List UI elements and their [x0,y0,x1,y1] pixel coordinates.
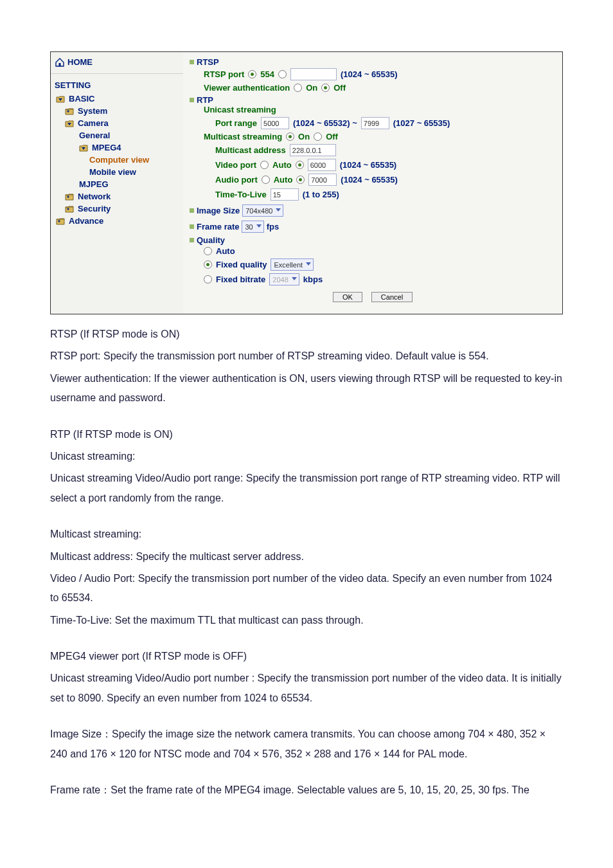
sidebar-item-label: MPEG4 [92,143,121,152]
portrange-from-input[interactable] [261,117,289,129]
fixed-quality-radio[interactable] [204,260,212,269]
sidebar-item-advance[interactable]: Advance [51,215,183,227]
frame-rate-section: Frame rate 30 fps [190,221,556,233]
rtsp-port-range: (1024 ~ 65535) [341,69,398,79]
quality-label: Quality [197,235,225,245]
multicast-row: Multicast streaming On Off [190,131,556,143]
fixed-bitrate-radio[interactable] [204,275,212,284]
sidebar-item-label: BASIC [69,94,94,104]
rtsp-port-label: RTSP port [204,69,244,79]
folder-closed-icon [56,217,65,225]
ttl-label: Time-To-Live [215,190,267,199]
section-bullet-icon [190,238,194,242]
on-label: On [298,132,310,141]
frame-rate-select[interactable]: 30 [242,221,263,233]
folder-closed-icon [65,107,74,115]
sidebar-item-label: Security [78,204,111,213]
image-size-select[interactable]: 704x480 [242,204,283,217]
multicast-addr-input[interactable] [290,144,336,156]
sidebar-item-mobile-view[interactable]: Mobile view [51,166,183,178]
rtsp-port-554-radio[interactable] [248,70,256,78]
viewer-auth-off-radio[interactable] [321,84,330,92]
sidebar-item-mpeg4[interactable]: MPEG4 [51,141,183,154]
on-label: On [306,83,317,93]
quality-auto-radio[interactable] [204,247,212,255]
sidebar-item-computer-view[interactable]: Computer view [51,154,183,166]
sidebar-item-system[interactable]: System [51,105,183,117]
doc-p: Unicast streaming Video/Audio port numbe… [50,669,563,708]
sidebar-item-basic[interactable]: BASIC [51,93,183,105]
multicast-off-radio[interactable] [314,132,322,141]
video-port-auto-radio[interactable] [260,161,269,169]
fixed-quality-row: Fixed quality Excellent [190,257,556,272]
rtsp-port-row: RTSP port 554 (1024 ~ 65535) [190,67,556,82]
audio-port-label: Audio port [215,175,258,185]
rtsp-title: RTSP [197,57,219,67]
doc-p: Video / Audio Port: Specify the transmis… [50,569,563,608]
image-size-label: Image Size [197,206,240,215]
sidebar-heading: SETTING [51,74,183,93]
home-link[interactable]: HOME [51,55,183,74]
sidebar-item-mjpeg[interactable]: MJPEG [51,178,183,190]
sidebar-item-label: System [78,106,107,116]
off-label: Off [333,83,346,93]
video-port-row: Video port Auto (1024 ~ 65535) [190,158,556,172]
fps-label: fps [267,222,280,231]
portrange-label: Port range [215,118,257,128]
rtp-section: RTP [190,95,556,105]
sidebar-item-label: Network [78,192,111,201]
home-label: HOME [67,57,93,67]
doc-p: Time-To-Live: Set the maximum TTL that m… [50,611,563,630]
sidebar-item-label: MJPEG [79,179,109,189]
image-size-section: Image Size 704x480 [190,204,556,217]
cancel-button[interactable]: Cancel [371,292,413,302]
off-label: Off [326,132,338,141]
document-body: RTSP (If RTSP mode is ON) RTSP port: Spe… [0,325,613,828]
section-bullet-icon [190,60,194,64]
doc-p: Frame rate：Set the frame rate of the MPE… [50,781,563,800]
audio-port-range: (1024 ~ 65535) [341,175,398,185]
rtsp-section: RTSP [190,57,556,67]
multicast-addr-label: Multicast address [215,145,286,155]
video-port-manual-radio[interactable] [296,161,304,169]
fixed-bitrate-label: Fixed bitrate [216,275,265,284]
viewer-auth-label: Viewer authentication [204,83,290,93]
buttons-row: OK Cancel [190,287,556,305]
ttl-input[interactable] [271,188,299,201]
sidebar-item-network[interactable]: Network [51,190,183,203]
quality-auto-label: Auto [216,246,235,256]
quality-section: Quality [190,235,556,245]
frame-rate-label: Frame rate [197,222,239,231]
doc-p: Unicast streaming Video/Audio port range… [50,469,563,508]
doc-p: Multicast address: Specify the multicast… [50,547,563,566]
sidebar-item-security[interactable]: Security [51,203,183,215]
viewer-auth-on-radio[interactable] [294,84,302,92]
folder-open-down-icon [65,120,74,127]
doc-p: RTSP (If RTSP mode is ON) [50,325,563,344]
quality-auto-row: Auto [190,245,556,257]
portrange-to-range: (1027 ~ 65535) [393,118,450,128]
rtsp-port-custom-radio[interactable] [278,70,287,78]
auto-label: Auto [274,175,293,185]
fixed-quality-select[interactable]: Excellent [271,258,314,271]
fixed-quality-label: Fixed quality [216,260,267,269]
multicast-on-radio[interactable] [286,132,294,141]
ok-button[interactable]: OK [333,292,362,302]
audio-port-manual-radio[interactable] [296,176,305,184]
doc-p: Viewer authentication: If the viewer aut… [50,369,563,408]
home-icon [55,58,65,67]
ttl-row: Time-To-Live (1 to 255) [190,187,556,202]
portrange-to-input[interactable] [361,117,389,129]
folder-open-down-icon [56,95,65,103]
doc-p: MPEG4 viewer port (If RTSP mode is OFF) [50,647,563,666]
audio-port-input[interactable] [308,174,337,186]
sidebar-item-camera[interactable]: Camera [51,117,183,129]
audio-port-auto-radio[interactable] [262,176,270,184]
video-port-input[interactable] [308,159,336,171]
sidebar-item-general[interactable]: General [51,129,183,141]
sidebar-item-label: Mobile view [89,167,136,177]
kbps-label: kbps [303,275,323,284]
sidebar-item-label: Computer view [89,155,149,165]
audio-port-row: Audio port Auto (1024 ~ 65535) [190,172,556,187]
rtsp-port-custom-input[interactable] [290,68,337,80]
